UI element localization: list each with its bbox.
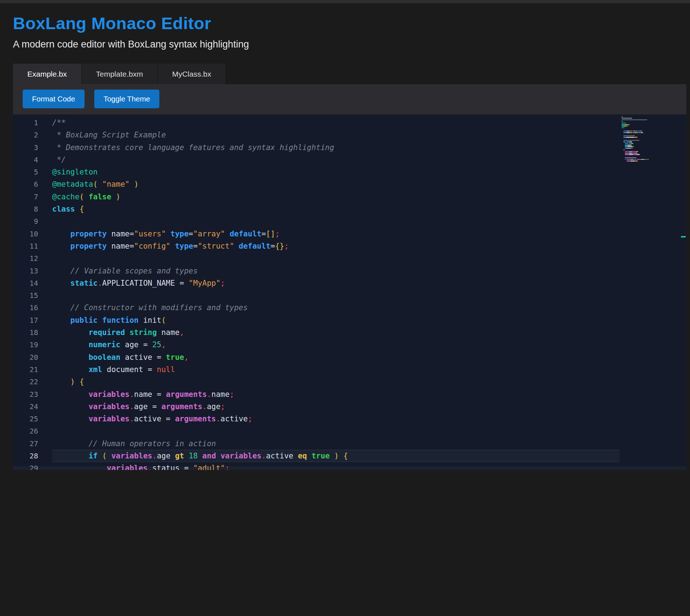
code-line[interactable]: @cache( false ) [52, 191, 619, 203]
code-line[interactable]: ) { [52, 376, 619, 388]
code-line[interactable]: // Human operators in action [52, 438, 619, 450]
code-line[interactable]: static.APPLICATION_NAME = "MyApp"; [52, 277, 619, 289]
code-line[interactable]: if ( variables.age gt 18 and variables.a… [52, 450, 619, 462]
code-line[interactable]: required string name, [52, 326, 619, 339]
app-container: BoxLang Monaco Editor A modern code edit… [0, 13, 690, 470]
code-line[interactable]: boolean active = true, [52, 351, 619, 363]
overview-ruler-marker [681, 236, 686, 237]
page-subtitle: A modern code editor with BoxLang syntax… [13, 39, 686, 50]
code-area[interactable]: /** * BoxLang Script Example * Demonstra… [13, 117, 619, 470]
format-code-button[interactable]: Format Code [23, 90, 85, 108]
minimap[interactable] [622, 116, 666, 162]
tab-template-bxm[interactable]: Template.bxm [82, 64, 158, 84]
code-line[interactable]: @singleton [52, 166, 619, 178]
code-line[interactable] [52, 252, 619, 264]
code-line[interactable]: public function init( [52, 314, 619, 326]
code-line[interactable]: // Constructor with modifiers and types [52, 302, 619, 314]
editor-toolbar: Format Code Toggle Theme [13, 84, 686, 114]
code-line[interactable]: property name="config" type="struct" def… [52, 240, 619, 252]
code-line[interactable]: * Demonstrates core language features an… [52, 141, 619, 154]
code-line[interactable]: class { [52, 203, 619, 215]
code-line[interactable] [52, 425, 619, 437]
tab-bar: Example.bxTemplate.bxmMyClass.bx [13, 64, 686, 84]
code-line[interactable]: variables.active = arguments.active; [52, 413, 619, 425]
window-top-edge [0, 0, 690, 3]
code-line[interactable]: * BoxLang Script Example [52, 129, 619, 141]
code-line[interactable]: // Variable scopes and types [52, 265, 619, 277]
code-line[interactable]: property name="users" type="array" defau… [52, 228, 619, 240]
code-line[interactable]: /** [52, 117, 619, 129]
code-line[interactable]: numeric age = 25, [52, 339, 619, 351]
tab-myclass-bx[interactable]: MyClass.bx [158, 64, 226, 84]
overview-ruler [680, 114, 686, 470]
code-line[interactable]: @metadata( "name" ) [52, 178, 619, 190]
toggle-theme-button[interactable]: Toggle Theme [94, 90, 160, 108]
tab-example-bx[interactable]: Example.bx [13, 64, 82, 84]
code-line[interactable] [52, 289, 619, 302]
code-line[interactable]: */ [52, 154, 619, 166]
code-line[interactable]: variables.age = arguments.age; [52, 400, 619, 413]
code-line[interactable]: xml document = null [52, 363, 619, 376]
code-line[interactable] [52, 215, 619, 227]
code-line[interactable]: variables.name = arguments.name; [52, 388, 619, 400]
horizontal-scrollbar[interactable] [13, 466, 686, 470]
code-editor[interactable]: 1234567891011121314151617181920212223242… [13, 114, 686, 470]
page-title: BoxLang Monaco Editor [13, 13, 686, 33]
